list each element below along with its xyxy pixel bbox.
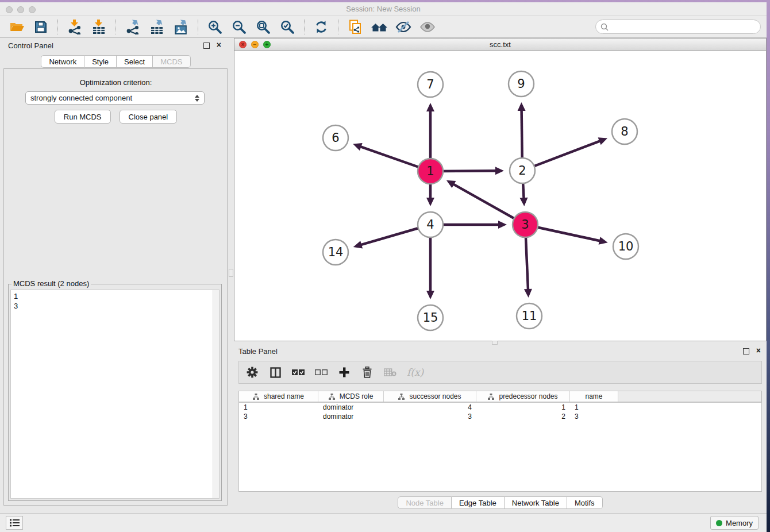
result-line: 3 (14, 301, 209, 311)
table-row[interactable]: 3dominator323 (239, 412, 761, 421)
plus-glyph (339, 367, 349, 377)
hierarchy-icon (253, 394, 259, 400)
export-network-icon[interactable] (124, 18, 141, 36)
cell-name[interactable]: 3 (570, 413, 618, 421)
run-mcds-button[interactable]: Run MCDS (55, 110, 111, 124)
hierarchy-icon (329, 394, 335, 400)
toolbar-separator (198, 20, 198, 34)
graph-node-10[interactable]: 10 (613, 234, 638, 259)
graph-node-7[interactable]: 7 (418, 72, 443, 97)
graph-edge-arrowhead (498, 221, 507, 229)
column-glyph (270, 367, 281, 378)
graph-edge-arrowhead (495, 167, 504, 175)
toggle-column-icon[interactable] (269, 366, 282, 379)
cell-mcds-role[interactable]: dominator (318, 413, 384, 421)
tab-select[interactable]: Select (117, 55, 153, 68)
column-header-successor-nodes[interactable]: successor nodes (384, 391, 476, 402)
network-window-titlebar[interactable]: × − + scc.txt (234, 38, 766, 51)
graph-node-label: 8 (621, 125, 628, 138)
save-icon[interactable] (32, 18, 49, 36)
toolbar-separator (304, 20, 305, 34)
cell-mcds-role[interactable]: dominator (318, 403, 384, 411)
export-table-icon[interactable] (148, 18, 165, 36)
zoom-selected-icon[interactable] (279, 18, 296, 36)
select-all-checkboxes-icon[interactable] (292, 366, 305, 379)
zoom-selected-glyph (280, 20, 295, 34)
cell-predecessor-nodes[interactable]: 2 (476, 413, 570, 421)
tab-motifs[interactable]: Motifs (567, 496, 603, 509)
tab-network-table[interactable]: Network Table (505, 496, 567, 509)
folder-open-icon[interactable] (8, 18, 25, 36)
column-header-label: predecessor nodes (499, 392, 557, 400)
column-header-predecessor-nodes[interactable]: predecessor nodes (476, 391, 570, 402)
mcds-result-box[interactable]: 13 (10, 290, 220, 499)
vertical-divider-handle[interactable] (229, 269, 233, 277)
tab-network[interactable]: Network (41, 55, 84, 68)
table-panel: Table Panel × (234, 345, 767, 514)
close-panel-button[interactable]: Close panel (120, 110, 178, 124)
horizontal-divider-handle[interactable] (492, 341, 498, 345)
graph-node-1[interactable]: 1 (418, 159, 443, 184)
graph-node-2[interactable]: 2 (510, 158, 535, 183)
graph-node-14[interactable]: 14 (323, 240, 348, 265)
cell-shared-name[interactable]: 1 (239, 403, 318, 411)
network-view-window: × − + scc.txt 7968124314101511 (234, 38, 767, 341)
hide-eye-icon[interactable] (395, 18, 412, 36)
column-header-shared-name[interactable]: shared name (239, 391, 318, 402)
cell-predecessor-nodes[interactable]: 1 (476, 403, 570, 411)
zoom-fit-icon[interactable] (255, 18, 272, 36)
graph-node-4[interactable]: 4 (418, 212, 443, 237)
graph-node-15[interactable]: 15 (418, 305, 443, 330)
table-row[interactable]: 1dominator411 (239, 403, 761, 412)
table-panel-float-button[interactable] (743, 348, 749, 354)
task-history-button[interactable] (6, 516, 23, 530)
search-field[interactable] (595, 20, 761, 34)
copy-network-icon[interactable] (346, 18, 364, 36)
graph-node-11[interactable]: 11 (517, 303, 542, 329)
search-input[interactable] (609, 22, 760, 31)
graph-node-6[interactable]: 6 (323, 125, 348, 151)
tab-style[interactable]: Style (84, 55, 117, 68)
graph-node-8[interactable]: 8 (612, 119, 637, 144)
delete-column-icon[interactable] (361, 366, 374, 379)
add-column-icon[interactable] (338, 366, 351, 379)
cell-shared-name[interactable]: 3 (239, 413, 318, 421)
memory-button[interactable]: Memory (710, 516, 759, 530)
table-panel-close-button[interactable]: × (756, 346, 761, 354)
column-header-mcds-role[interactable]: MCDS role (318, 391, 384, 402)
import-table-icon[interactable] (90, 18, 107, 36)
node-table: shared nameMCDS rolesuccessor nodesprede… (238, 391, 762, 492)
settings-gear-icon[interactable] (246, 366, 259, 379)
zoom-out-icon[interactable] (230, 18, 248, 36)
export-image-icon[interactable] (172, 18, 190, 36)
cell-successor-nodes[interactable]: 4 (384, 403, 476, 411)
result-scrollbar[interactable] (213, 290, 219, 498)
network-canvas[interactable]: 7968124314101511 (234, 51, 766, 341)
home-icon[interactable] (371, 18, 388, 36)
window-titlebar: Session: New Session (0, 2, 767, 16)
node-table-body: 1dominator4113dominator323 (239, 403, 761, 421)
refresh-icon[interactable] (313, 18, 330, 36)
graph-node-9[interactable]: 9 (509, 71, 534, 97)
save-glyph (34, 20, 48, 34)
zoom-in-icon[interactable] (206, 18, 224, 36)
column-header-name[interactable]: name (570, 391, 618, 402)
control-panel-close-button[interactable]: × (217, 41, 221, 49)
deselect-all-checkboxes-icon[interactable] (315, 366, 328, 379)
cell-name[interactable]: 1 (570, 403, 618, 411)
import-network-icon[interactable] (66, 18, 83, 36)
tab-node-table[interactable]: Node Table (398, 496, 452, 509)
cell-successor-nodes[interactable]: 3 (384, 413, 476, 421)
function-builder-icon[interactable]: f(x) (407, 367, 424, 378)
graph-node-3[interactable]: 3 (513, 212, 538, 237)
graph-edge-arrowhead (426, 103, 434, 111)
eye-icon[interactable] (419, 18, 436, 36)
refresh-glyph (314, 20, 329, 34)
delete-table-icon[interactable] (384, 366, 396, 379)
graph-edge-arrowhead (599, 237, 608, 245)
control-panel-float-button[interactable] (203, 43, 210, 49)
hierarchy-icon (488, 394, 494, 400)
optimization-criterion-select[interactable]: strongly connected component (25, 91, 205, 105)
tab-edge-table[interactable]: Edge Table (452, 496, 505, 509)
tab-mcds[interactable]: MCDS (153, 55, 190, 68)
